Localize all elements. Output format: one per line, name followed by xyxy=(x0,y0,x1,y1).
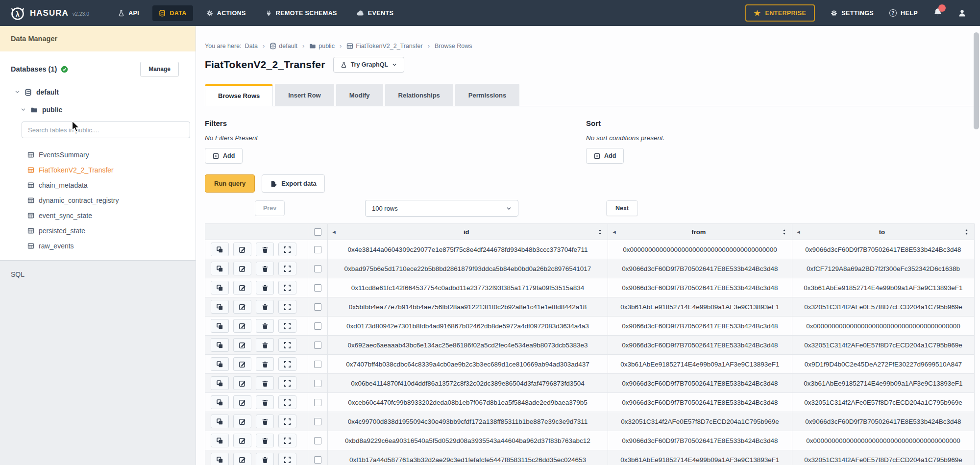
column-header-id[interactable]: ◂id xyxy=(328,224,608,240)
sql-link[interactable]: SQL xyxy=(0,261,196,278)
clone-row-button[interactable] xyxy=(211,281,229,294)
breadcrumb-item[interactable]: FiatTokenV2_2_Transfer xyxy=(346,43,422,49)
delete-row-button[interactable] xyxy=(256,376,274,390)
next-page-button[interactable]: Next xyxy=(606,200,638,216)
sidebar-table-item[interactable]: dynamic_contract_registry xyxy=(0,193,196,208)
chevron-down-icon[interactable] xyxy=(21,106,26,114)
breadcrumb-item[interactable]: Data xyxy=(245,43,258,49)
expand-row-button[interactable] xyxy=(278,415,296,428)
row-checkbox[interactable] xyxy=(314,380,321,387)
help-button[interactable]: ? HELP xyxy=(889,9,918,17)
add-sort-button[interactable]: Add xyxy=(586,148,624,164)
row-checkbox[interactable] xyxy=(314,399,321,406)
manage-button[interactable]: Manage xyxy=(140,62,179,76)
delete-row-button[interactable] xyxy=(256,434,274,447)
sidebar-table-item[interactable]: EventsSummary xyxy=(0,147,196,162)
edit-row-button[interactable] xyxy=(233,453,251,465)
tab-modify[interactable]: Modify xyxy=(336,84,383,106)
tab-relationships[interactable]: Relationships xyxy=(385,84,453,106)
edit-row-button[interactable] xyxy=(233,415,251,428)
expand-row-button[interactable] xyxy=(278,376,296,390)
edit-row-button[interactable] xyxy=(233,243,251,256)
row-checkbox[interactable] xyxy=(314,418,321,425)
settings-button[interactable]: SETTINGS xyxy=(831,10,874,17)
edit-row-button[interactable] xyxy=(233,281,251,294)
row-checkbox[interactable] xyxy=(314,361,321,368)
column-header-to[interactable]: ◂to xyxy=(792,224,975,240)
delete-row-button[interactable] xyxy=(256,395,274,409)
expand-row-button[interactable] xyxy=(278,338,296,352)
clone-row-button[interactable] xyxy=(211,453,229,465)
delete-row-button[interactable] xyxy=(256,357,274,371)
clone-row-button[interactable] xyxy=(211,357,229,371)
clone-row-button[interactable] xyxy=(211,376,229,390)
prev-page-button[interactable]: Prev xyxy=(255,200,285,216)
nav-item-data[interactable]: DATA xyxy=(152,5,193,21)
row-checkbox[interactable] xyxy=(314,246,321,253)
notifications-button[interactable] xyxy=(933,8,942,19)
edit-row-button[interactable] xyxy=(233,434,251,447)
nav-item-actions[interactable]: ACTIONS xyxy=(200,5,252,21)
tree-node-default[interactable]: default xyxy=(15,88,196,96)
export-data-button[interactable]: Export data xyxy=(262,174,325,193)
try-graphql-button[interactable]: Try GraphQL xyxy=(333,57,404,73)
rows-per-page-select[interactable]: 100 rows xyxy=(365,200,518,217)
expand-row-button[interactable] xyxy=(278,243,296,256)
column-header-from[interactable]: ◂from xyxy=(608,224,792,240)
vertical-scrollbar-thumb[interactable] xyxy=(974,32,979,129)
chevron-down-icon[interactable] xyxy=(15,88,20,96)
expand-row-button[interactable] xyxy=(278,281,296,294)
sidebar-table-item[interactable]: raw_events xyxy=(0,238,196,253)
expand-row-button[interactable] xyxy=(278,395,296,409)
clone-row-button[interactable] xyxy=(211,319,229,333)
breadcrumb-item[interactable]: Browse Rows xyxy=(435,43,472,49)
tab-permissions[interactable]: Permissions xyxy=(455,84,519,106)
delete-row-button[interactable] xyxy=(256,281,274,294)
row-checkbox[interactable] xyxy=(314,265,321,272)
expand-row-button[interactable] xyxy=(278,300,296,314)
nav-item-api[interactable]: API xyxy=(112,5,146,21)
delete-row-button[interactable] xyxy=(256,319,274,333)
nav-item-remote-schemas[interactable]: REMOTE SCHEMAS xyxy=(259,5,343,21)
breadcrumb-item[interactable]: default xyxy=(270,43,297,49)
tree-node-public[interactable]: public xyxy=(21,106,196,114)
clone-row-button[interactable] xyxy=(211,395,229,409)
clone-row-button[interactable] xyxy=(211,262,229,275)
edit-row-button[interactable] xyxy=(233,262,251,275)
row-checkbox[interactable] xyxy=(314,342,321,349)
add-filter-button[interactable]: Add xyxy=(205,148,243,164)
breadcrumb-item[interactable]: public xyxy=(309,43,335,49)
user-icon[interactable] xyxy=(958,9,966,17)
delete-row-button[interactable] xyxy=(256,453,274,465)
clone-row-button[interactable] xyxy=(211,243,229,256)
expand-row-button[interactable] xyxy=(278,453,296,465)
row-checkbox[interactable] xyxy=(314,322,321,330)
row-checkbox[interactable] xyxy=(314,284,321,292)
clone-row-button[interactable] xyxy=(211,434,229,447)
sidebar-table-item[interactable]: chain_metadata xyxy=(0,177,196,193)
clone-row-button[interactable] xyxy=(211,415,229,428)
edit-row-button[interactable] xyxy=(233,300,251,314)
edit-row-button[interactable] xyxy=(233,376,251,390)
sidebar-table-item[interactable]: event_sync_state xyxy=(0,208,196,223)
nav-item-events[interactable]: EVENTS xyxy=(350,5,400,21)
select-all-checkbox[interactable] xyxy=(314,228,321,236)
expand-row-button[interactable] xyxy=(278,262,296,275)
clone-row-button[interactable] xyxy=(211,300,229,314)
edit-row-button[interactable] xyxy=(233,395,251,409)
expand-row-button[interactable] xyxy=(278,319,296,333)
hasura-brand[interactable]: λ HASURA v2.23.0 xyxy=(0,5,89,21)
row-checkbox[interactable] xyxy=(314,456,321,464)
row-checkbox[interactable] xyxy=(314,437,321,444)
delete-row-button[interactable] xyxy=(256,300,274,314)
sidebar-table-item[interactable]: FiatTokenV2_2_Transfer xyxy=(0,162,196,177)
edit-row-button[interactable] xyxy=(233,319,251,333)
delete-row-button[interactable] xyxy=(256,262,274,275)
sidebar-table-item[interactable]: persisted_state xyxy=(0,223,196,238)
edit-row-button[interactable] xyxy=(233,338,251,352)
tab-browse-rows[interactable]: Browse Rows xyxy=(205,84,273,106)
row-checkbox[interactable] xyxy=(314,303,321,311)
enterprise-button[interactable]: ★ ENTERPRISE xyxy=(745,4,815,22)
clone-row-button[interactable] xyxy=(211,338,229,352)
search-input[interactable] xyxy=(22,122,190,138)
